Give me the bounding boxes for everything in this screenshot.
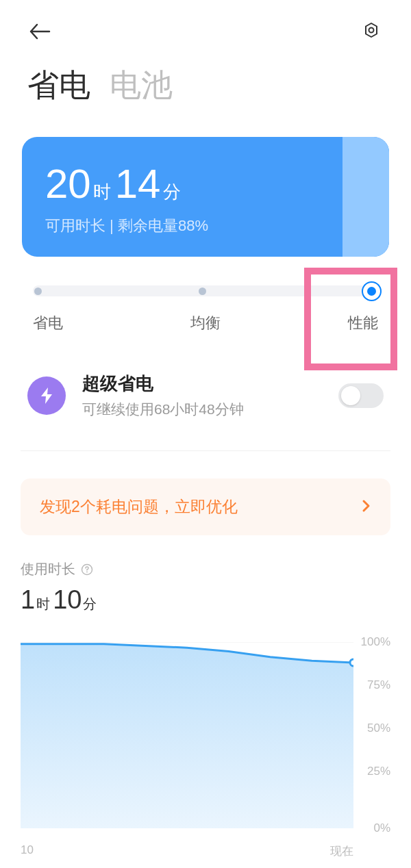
usage-time: 1 时 10 分	[21, 585, 390, 615]
super-save-row: 超级省电 可继续使用68小时48分钟	[27, 372, 384, 419]
mode-label-power-saving[interactable]: 省电	[33, 313, 63, 333]
back-button[interactable]	[27, 19, 52, 44]
mode-slider[interactable]	[33, 285, 378, 296]
mode-labels: 省电 均衡 性能	[33, 313, 378, 333]
x-tick-end: 现在	[330, 843, 353, 859]
y-tick: 75%	[367, 678, 390, 692]
chevron-right-icon	[362, 499, 371, 515]
gear-icon	[362, 22, 381, 41]
mode-label-balanced[interactable]: 均衡	[190, 313, 221, 333]
svg-point-0	[369, 28, 374, 33]
lightning-icon	[27, 376, 66, 415]
remaining-time: 20 时 14 分	[45, 160, 366, 207]
arrow-left-icon	[29, 23, 51, 40]
divider	[21, 450, 390, 451]
hours-unit: 时	[93, 180, 111, 204]
help-icon[interactable]	[81, 563, 93, 576]
chart-container: 100% 75% 50% 25% 0% 10 现在	[21, 642, 390, 859]
hours-value: 20	[45, 160, 91, 207]
x-tick-start: 10	[21, 843, 34, 859]
usage-label-row: 使用时长	[21, 560, 390, 578]
y-tick: 50%	[367, 722, 390, 735]
svg-point-8	[350, 659, 353, 666]
mode-label-performance[interactable]: 性能	[348, 313, 378, 333]
usage-hours-unit: 时	[36, 595, 50, 613]
usage-hours: 1	[21, 585, 35, 615]
optimize-banner[interactable]: 发现2个耗电问题，立即优化	[21, 478, 390, 535]
battery-subtitle: 可用时长 | 剩余电量88%	[45, 216, 366, 236]
super-save-subtitle: 可继续使用68小时48分钟	[82, 400, 338, 419]
battery-chart[interactable]	[21, 642, 353, 828]
usage-minutes: 10	[53, 585, 82, 615]
super-save-toggle[interactable]	[338, 383, 384, 408]
mode-dot-balanced[interactable]	[199, 288, 206, 295]
super-save-title: 超级省电	[82, 372, 338, 396]
mode-section: 省电 均衡 性能	[33, 285, 378, 333]
tab-power-saving[interactable]: 省电	[27, 64, 90, 107]
minutes-value: 14	[115, 160, 161, 207]
minutes-unit: 分	[163, 180, 181, 204]
y-tick: 100%	[361, 635, 390, 649]
toggle-knob	[341, 386, 360, 405]
usage-section: 使用时长 1 时 10 分	[21, 560, 390, 615]
y-tick: 0%	[373, 821, 390, 835]
svg-point-2	[86, 571, 88, 572]
y-tick: 25%	[367, 765, 390, 778]
super-save-text: 超级省电 可继续使用68小时48分钟	[82, 372, 338, 419]
tab-battery[interactable]: 电池	[110, 64, 173, 107]
mode-dot-power-saving[interactable]	[34, 288, 42, 295]
optimize-text: 发现2个耗电问题，立即优化	[40, 496, 238, 518]
mode-dot-performance[interactable]	[363, 283, 380, 300]
tabs: 省电 电池	[0, 64, 411, 107]
settings-button[interactable]	[359, 19, 384, 44]
chart-x-axis: 10 现在	[21, 843, 390, 859]
usage-minutes-unit: 分	[83, 595, 97, 613]
usage-label: 使用时长	[21, 560, 75, 578]
chart-y-axis: 100% 75% 50% 25% 0%	[353, 642, 390, 828]
battery-card[interactable]: 20 时 14 分 可用时长 | 剩余电量88%	[22, 137, 389, 257]
header	[0, 0, 411, 55]
